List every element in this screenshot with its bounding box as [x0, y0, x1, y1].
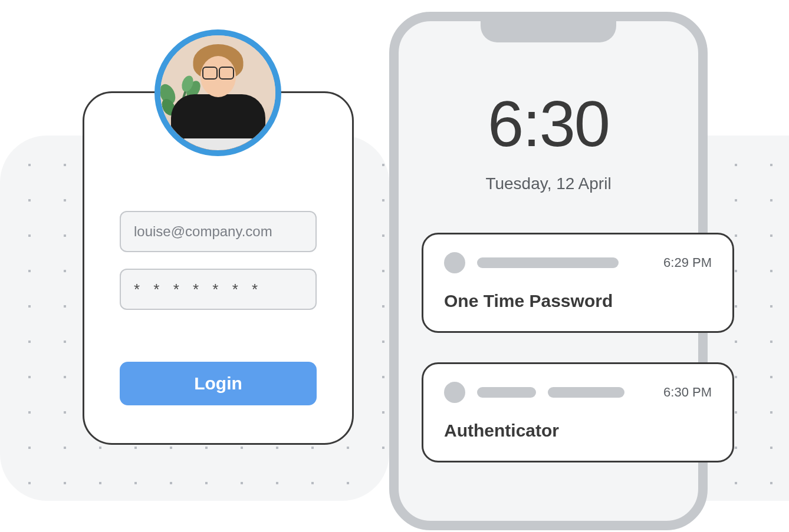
notification-placeholder-bar [477, 387, 536, 398]
notification-placeholder-bar [477, 257, 619, 268]
login-button[interactable]: Login [120, 362, 317, 405]
notification-otp[interactable]: 6:29 PM One Time Password [422, 233, 734, 333]
notification-title: One Time Password [444, 291, 712, 311]
phone-date: Tuesday, 12 April [485, 174, 611, 193]
notification-title: Authenticator [444, 421, 712, 441]
avatar [154, 29, 281, 156]
notification-app-icon [444, 252, 465, 273]
notification-placeholder-bar [548, 387, 624, 398]
phone-notch [481, 19, 616, 42]
email-field[interactable] [120, 211, 317, 252]
password-field[interactable] [120, 269, 317, 310]
notification-time: 6:29 PM [663, 255, 712, 270]
phone-time: 6:30 [488, 86, 609, 161]
notification-time: 6:30 PM [663, 385, 712, 400]
notification-authenticator[interactable]: 6:30 PM Authenticator [422, 362, 734, 462]
notification-app-icon [444, 382, 465, 403]
